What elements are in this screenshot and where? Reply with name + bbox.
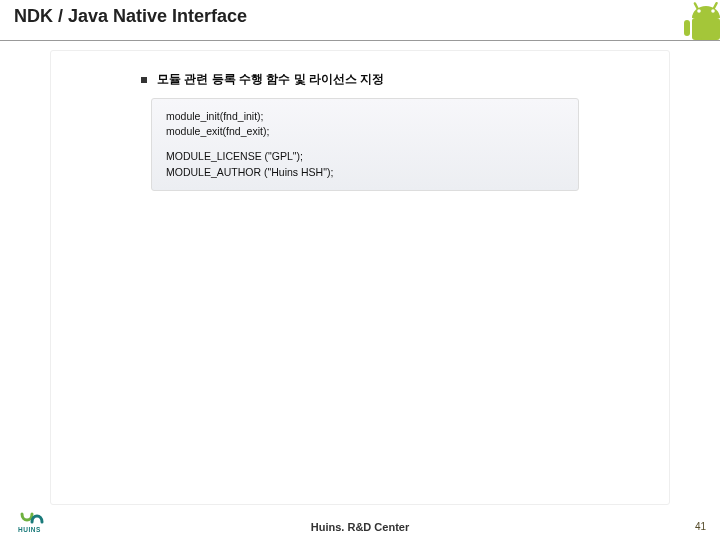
slide-header: NDK / Java Native Interface — [0, 0, 720, 41]
slide-title: NDK / Java Native Interface — [14, 6, 247, 27]
svg-point-8 — [711, 9, 715, 13]
bullet-item: 모듈 관련 등록 수행 함수 및 라이선스 지정 — [141, 71, 669, 88]
svg-point-7 — [697, 9, 701, 13]
code-line: module_init(fnd_init); — [166, 109, 564, 124]
code-line: MODULE_AUTHOR ("Huins HSH"); — [166, 165, 564, 180]
bullet-square-icon — [141, 77, 147, 83]
code-line: MODULE_LICENSE ("GPL"); — [166, 149, 564, 164]
svg-rect-0 — [692, 18, 720, 40]
code-block: module_init(fnd_init); module_exit(fnd_e… — [151, 98, 579, 191]
footer-center-text: Huins. R&D Center — [0, 521, 720, 533]
slide-footer: HUINS Huins. R&D Center 41 — [0, 510, 720, 540]
svg-rect-1 — [684, 20, 690, 36]
android-icon — [680, 0, 720, 40]
content-card: 모듈 관련 등록 수행 함수 및 라이선스 지정 module_init(fnd… — [50, 50, 670, 505]
bullet-text: 모듈 관련 등록 수행 함수 및 라이선스 지정 — [157, 71, 384, 88]
page-number: 41 — [695, 521, 706, 532]
code-line: module_exit(fnd_exit); — [166, 124, 564, 139]
